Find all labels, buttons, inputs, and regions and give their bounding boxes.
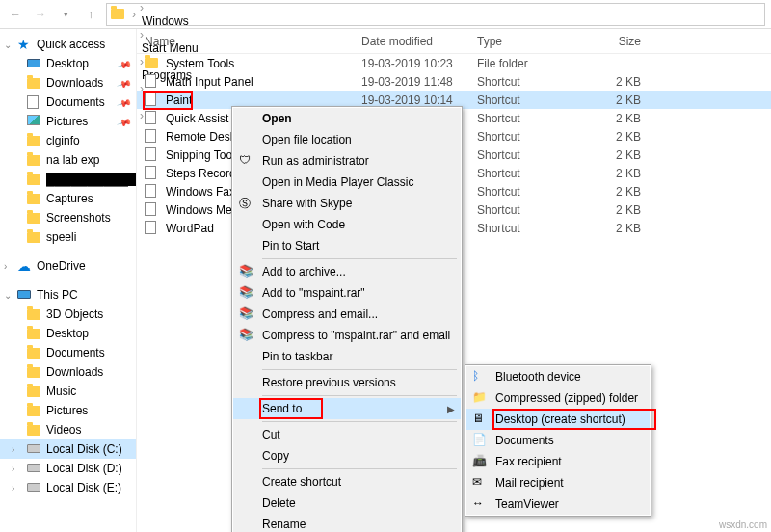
menu-item[interactable]: 📚Compress and email... — [233, 304, 461, 325]
menu-item[interactable]: 📁Compressed (zipped) folder — [466, 387, 650, 409]
column-headers[interactable]: Name Date modified Type Size — [137, 29, 771, 54]
menu-item[interactable]: ✉Mail recipient — [466, 472, 650, 493]
menu-separator — [262, 421, 457, 422]
sidebar-item[interactable]: Documents — [0, 343, 136, 362]
menu-item[interactable]: 📠Fax recipient — [466, 451, 650, 472]
chevron-icon: › — [12, 464, 14, 474]
menu-item-label: Rename — [262, 518, 306, 531]
file-icon — [145, 129, 160, 145]
menu-separator — [262, 258, 457, 259]
menu-item[interactable]: Create shortcut — [233, 471, 461, 492]
file-row[interactable]: System Tools19-03-2019 10:23File folder — [137, 54, 771, 72]
file-size: 2 KB — [573, 185, 651, 199]
sidebar-item[interactable]: 3D Objects — [0, 305, 136, 324]
breadcrumb[interactable]: › This PC›Local Disk (C:)›ProgramData›Mi… — [106, 3, 765, 26]
menu-item[interactable]: 📚Add to "mspaint.rar" — [233, 282, 461, 304]
col-name[interactable]: Name — [145, 35, 361, 48]
menu-item-icon: 📚 — [239, 264, 254, 279]
menu-item[interactable]: 🖥Desktop (create shortcut) — [466, 409, 650, 430]
file-type: Shortcut — [477, 93, 573, 107]
onedrive[interactable]: › ☁ OneDrive — [0, 256, 136, 276]
sidebar-item[interactable]: ›Local Disk (C:) — [0, 439, 136, 459]
sidebar-item[interactable]: Documents📌 — [0, 93, 136, 112]
chevron-icon: ⌄ — [4, 290, 12, 301]
sidebar-item[interactable]: Pictures — [0, 401, 136, 420]
star-icon: ★ — [17, 38, 31, 51]
back-button[interactable]: ← — [6, 5, 25, 24]
breadcrumb-seg[interactable]: Microsoft — [138, 0, 257, 1]
file-icon — [145, 202, 160, 218]
sidebar-item[interactable]: Music — [0, 382, 136, 401]
breadcrumb-seg[interactable]: Windows — [138, 14, 257, 28]
quick-access[interactable]: ⌄ ★ Quick access — [0, 35, 136, 54]
sidebar-item[interactable]: Screenshots — [0, 208, 136, 227]
item-icon — [27, 115, 40, 128]
col-type[interactable]: Type — [477, 35, 573, 48]
sidebar-item[interactable]: Pictures📌 — [0, 112, 136, 131]
col-date[interactable]: Date modified — [361, 35, 477, 48]
menu-item-icon: 📚 — [239, 328, 254, 343]
menu-item[interactable]: Pin to taskbar — [233, 346, 461, 367]
menu-item[interactable]: ⓈShare with Skype — [233, 193, 461, 214]
menu-item[interactable]: ᛒBluetooth device — [466, 366, 650, 387]
sidebar-item[interactable]: Captures — [0, 189, 136, 208]
item-icon — [27, 327, 40, 340]
item-icon — [27, 385, 40, 398]
sidebar-item[interactable]: Videos — [0, 420, 136, 439]
item-icon — [27, 57, 40, 70]
menu-item[interactable]: 📚Add to archive... — [233, 261, 461, 282]
pin-icon: 📌 — [117, 94, 132, 110]
sidebar-item[interactable]: na lab exp — [0, 150, 136, 170]
menu-item[interactable]: Open — [233, 108, 461, 129]
menu-item[interactable]: Open in Media Player Classic — [233, 172, 461, 193]
recent-dropdown[interactable]: ▾ — [56, 5, 75, 24]
sidebar-item-label: Documents — [46, 346, 105, 359]
menu-item-label: Pin to taskbar — [262, 350, 332, 363]
sidebar-item-label: Local Disk (E:) — [46, 481, 121, 494]
menu-item-label: Open with Code — [262, 218, 345, 231]
file-size: 2 KB — [573, 130, 651, 144]
sidebar-item[interactable]: ›Local Disk (E:) — [0, 478, 136, 497]
menu-item[interactable]: ↔TeamViewer — [466, 493, 650, 515]
menu-separator — [262, 395, 457, 396]
sidebar-item[interactable]: Downloads📌 — [0, 73, 136, 93]
sidebar-item[interactable]: Desktop — [0, 324, 136, 343]
menu-item[interactable]: 📄Documents — [466, 430, 650, 451]
forward-button[interactable]: → — [31, 5, 50, 24]
file-icon — [145, 74, 160, 90]
item-icon — [27, 365, 40, 379]
file-date: 19-03-2019 10:23 — [361, 57, 477, 70]
sidebar-item[interactable]: ›Local Disk (D:) — [0, 459, 136, 478]
item-icon — [27, 153, 40, 167]
item-icon — [27, 95, 40, 109]
file-type: File folder — [477, 57, 573, 70]
col-size[interactable]: Size — [573, 35, 651, 48]
menu-item[interactable]: Restore previous versions — [233, 372, 461, 393]
up-button[interactable]: ↑ — [81, 5, 100, 24]
menu-item-label: Desktop (create shortcut) — [495, 412, 625, 426]
file-name: Math Input Panel — [166, 75, 361, 89]
menu-item-label: Compress and email... — [262, 307, 378, 321]
menu-item[interactable]: Open file location — [233, 129, 461, 150]
menu-item[interactable]: 📚Compress to "mspaint.rar" and email — [233, 325, 461, 346]
sidebar-item[interactable]: Desktop📌 — [0, 54, 136, 73]
sidebar-item[interactable]: ██████████.ar — [0, 170, 136, 189]
menu-item[interactable]: 🛡Run as administrator — [233, 150, 461, 172]
sidebar-item[interactable]: clginfo — [0, 131, 136, 150]
file-name: Paint — [166, 93, 361, 107]
sidebar-item[interactable]: speeli — [0, 227, 136, 247]
menu-item-icon: Ⓢ — [239, 196, 254, 211]
cloud-icon: ☁ — [17, 259, 31, 273]
menu-item[interactable]: Pin to Start — [233, 235, 461, 256]
this-pc[interactable]: ⌄ This PC — [0, 285, 136, 305]
file-row[interactable]: Math Input Panel19-03-2019 11:48Shortcut… — [137, 72, 771, 91]
menu-separator — [262, 369, 457, 370]
menu-item-icon: 📚 — [239, 306, 254, 322]
menu-item[interactable]: Cut — [233, 424, 461, 445]
menu-item[interactable]: Send to▶ — [233, 398, 461, 419]
menu-item[interactable]: Delete — [233, 492, 461, 514]
menu-item[interactable]: Open with Code — [233, 214, 461, 235]
sidebar-item[interactable]: Downloads — [0, 362, 136, 382]
menu-item[interactable]: Rename — [233, 514, 461, 532]
menu-item[interactable]: Copy — [233, 445, 461, 466]
